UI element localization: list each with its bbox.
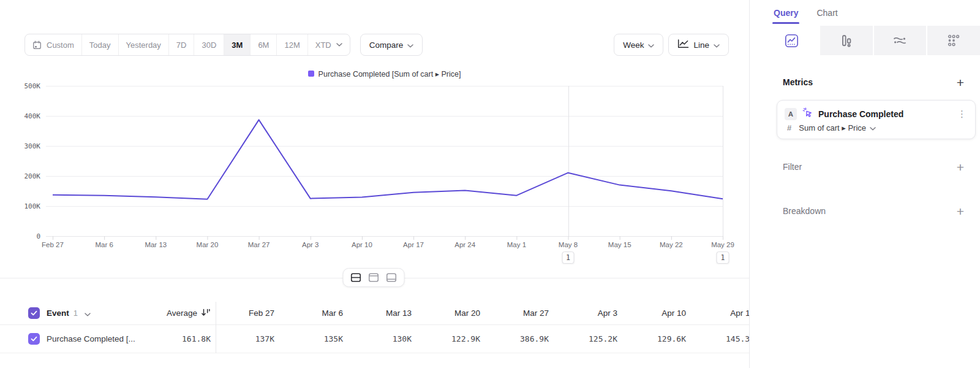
- cell-value: 135K: [284, 334, 353, 343]
- y-axis-label: 100K: [0, 202, 40, 210]
- bottom-panel-view-button[interactable]: [386, 273, 397, 282]
- y-axis-label: 300K: [0, 142, 40, 150]
- report-main-area: CustomTodayYesterday7D30D3M6M12MXTD Comp…: [0, 0, 749, 368]
- results-table: Event 1 Average Feb 27Mar 6Mar 13Mar 20M…: [0, 302, 749, 353]
- granularity-label: Week: [623, 40, 644, 50]
- bottom-panel-view-icon: [386, 273, 397, 282]
- top-panel-view-button[interactable]: [369, 273, 379, 282]
- chart-type-label: Line: [693, 40, 709, 50]
- add-breakdown-button[interactable]: +: [957, 205, 964, 218]
- legend-item[interactable]: Purchase Completed [Sum of cart ▸ Price]: [308, 69, 461, 79]
- average-header-cell[interactable]: Average: [141, 308, 216, 319]
- number-property-icon: #: [787, 123, 791, 132]
- filter-title: Filter: [783, 162, 802, 172]
- tab-chart[interactable]: Chart: [816, 8, 837, 18]
- tab-query[interactable]: Query: [774, 8, 798, 18]
- column-header[interactable]: Mar 27: [490, 309, 559, 318]
- row-average-value: 161.8K: [182, 334, 211, 343]
- x-axis-label: May 22: [660, 241, 683, 248]
- metric-property-row[interactable]: # Sum of cart ▸ Price: [785, 123, 968, 132]
- column-header[interactable]: Apr 3: [559, 309, 627, 318]
- row-checkbox[interactable]: [28, 333, 40, 345]
- range-label: 12M: [284, 40, 300, 50]
- breakdown-section-header: Breakdown +: [783, 202, 964, 220]
- kebab-menu-icon[interactable]: ⋮: [956, 109, 968, 120]
- y-axis-label: 200K: [0, 172, 40, 180]
- select-all-checkbox[interactable]: [28, 307, 40, 319]
- x-axis-label: Mar 20: [197, 241, 219, 248]
- range-label: Custom: [47, 40, 74, 50]
- more-charts-tab[interactable]: [926, 26, 980, 55]
- annotation-badge[interactable]: 1: [562, 251, 575, 264]
- range-button-7d[interactable]: 7D: [168, 34, 194, 55]
- annotation-badge[interactable]: 1: [717, 251, 729, 264]
- x-axis-label: May 1: [507, 241, 526, 248]
- range-label: Today: [89, 40, 111, 50]
- bar-chart-tab[interactable]: [819, 26, 873, 55]
- range-button-xtd[interactable]: XTD: [307, 34, 350, 55]
- event-count: 1: [74, 309, 78, 318]
- chevron-down-icon: [85, 308, 91, 319]
- row-name: Purchase Completed [...: [47, 334, 135, 343]
- layout-toggle: [343, 268, 405, 287]
- flows-chart-icon: [892, 34, 907, 47]
- line-chart-icon: [677, 39, 689, 50]
- chart-type-switcher: [750, 26, 980, 55]
- row-name-cell[interactable]: Purchase Completed [...: [0, 333, 141, 345]
- compare-button[interactable]: Compare: [360, 34, 423, 56]
- bar-chart-icon: [839, 34, 853, 48]
- series-line[interactable]: [53, 120, 723, 199]
- insights-chart-icon: [785, 34, 799, 48]
- column-header[interactable]: Mar 20: [421, 309, 490, 318]
- chevron-down-icon: [648, 40, 654, 50]
- range-button-today[interactable]: Today: [81, 34, 118, 55]
- line-chart: 0100K200K300K400K500K Feb 27Mar 6Mar 13M…: [0, 86, 749, 270]
- range-label: XTD: [315, 40, 331, 50]
- range-label: 30D: [202, 40, 216, 50]
- metric-event-name[interactable]: Purchase Completed: [818, 109, 951, 119]
- column-header[interactable]: Feb 27: [216, 309, 284, 318]
- compare-label: Compare: [369, 40, 404, 50]
- column-header[interactable]: Mar 13: [353, 309, 421, 318]
- x-axis-label: Apr 3: [302, 241, 319, 248]
- top-panel-view-icon: [369, 273, 379, 282]
- column-header[interactable]: Mar 6: [284, 309, 353, 318]
- range-button-6m[interactable]: 6M: [250, 34, 276, 55]
- metric-property: Sum of cart ▸ Price: [799, 123, 866, 132]
- x-axis-label: Feb 27: [42, 241, 64, 248]
- cell-value: 122.9K: [421, 334, 490, 343]
- insights-chart-tab[interactable]: [765, 26, 819, 55]
- chevron-down-icon: [407, 40, 413, 50]
- breakdown-title: Breakdown: [783, 206, 826, 216]
- chart-type-button[interactable]: Line: [668, 34, 729, 56]
- cursor-click-icon: [802, 107, 813, 120]
- granularity-button[interactable]: Week: [614, 34, 663, 56]
- add-metric-button[interactable]: +: [957, 76, 964, 89]
- metric-card-row: A Purchase Completed ⋮: [785, 107, 968, 120]
- event-header-cell[interactable]: Event 1: [0, 307, 141, 319]
- flows-chart-tab[interactable]: [873, 26, 927, 55]
- metric-card[interactable]: A Purchase Completed ⋮ # Sum of cart ▸ P…: [777, 100, 976, 139]
- x-axis-label: May 15: [608, 241, 631, 248]
- date-range-group: CustomTodayYesterday7D30D3M6M12MXTD: [24, 34, 350, 56]
- chevron-down-icon: [714, 40, 720, 50]
- chevron-down-icon: [870, 123, 876, 132]
- range-label: 3M: [232, 40, 243, 50]
- column-header[interactable]: Apr 10: [627, 309, 696, 318]
- range-button-custom[interactable]: Custom: [25, 34, 81, 55]
- chevron-down-icon: [336, 43, 342, 47]
- split-view-button[interactable]: [351, 273, 361, 282]
- sort-icon[interactable]: [201, 308, 211, 319]
- cell-value: 137K: [216, 334, 284, 343]
- range-button-yesterday[interactable]: Yesterday: [118, 34, 168, 55]
- more-charts-icon: [947, 34, 960, 47]
- add-filter-button[interactable]: +: [957, 161, 964, 174]
- table-row: Purchase Completed [... 161.8K 137K135K1…: [0, 325, 749, 353]
- range-button-3m[interactable]: 3M: [224, 34, 250, 55]
- table-header-row: Event 1 Average Feb 27Mar 6Mar 13Mar 20M…: [0, 302, 749, 325]
- cell-value: 386.9K: [490, 334, 559, 343]
- range-button-12m[interactable]: 12M: [276, 34, 307, 55]
- x-axis-label: Apr 10: [352, 241, 372, 248]
- row-average-cell: 161.8K: [141, 334, 216, 343]
- range-button-30d[interactable]: 30D: [194, 34, 224, 55]
